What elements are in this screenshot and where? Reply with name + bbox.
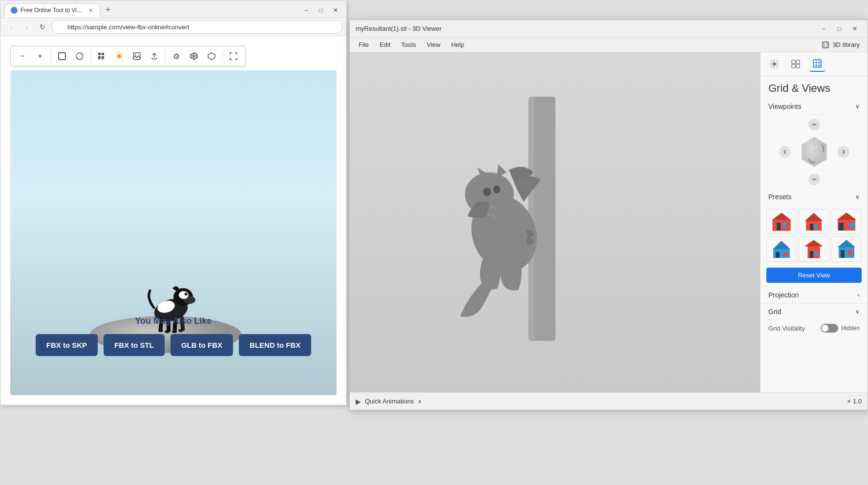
svg-rect-88 — [783, 252, 787, 256]
refresh-button[interactable]: ↻ — [36, 20, 49, 34]
svg-rect-61 — [796, 60, 800, 63]
presets-section-header[interactable]: Presets ∨ — [761, 189, 868, 205]
upload-button[interactable] — [147, 48, 162, 64]
svg-rect-40 — [823, 42, 828, 48]
window-controls: − □ ✕ — [817, 24, 862, 34]
vp-down-button[interactable] — [808, 173, 820, 185]
ymal-buttons: FBX to SKP FBX to STL GLB to FBX BLEND t… — [0, 334, 346, 356]
svg-rect-2 — [98, 53, 101, 55]
menu-file[interactable]: File — [354, 39, 374, 50]
vp-up-button[interactable] — [808, 119, 820, 130]
svg-rect-64 — [813, 60, 821, 67]
library-label: 3D library — [832, 41, 860, 48]
grid-chevron: ∨ — [855, 308, 860, 315]
viewer-titlebar: myResultant(1).stl - 3D Viewer − □ ✕ — [350, 20, 868, 38]
viewer-toolbar: − + — [10, 46, 246, 66]
svg-rect-80 — [814, 224, 818, 229]
grid-panel-icon[interactable] — [788, 56, 804, 72]
minimize-button[interactable]: − — [817, 24, 830, 34]
restore-button[interactable]: □ — [832, 24, 846, 34]
image-button[interactable] — [129, 48, 145, 64]
presets-chevron: ∨ — [855, 193, 860, 200]
zoom-out-button[interactable]: − — [15, 48, 30, 64]
svg-rect-5 — [102, 56, 104, 59]
grid-visibility-label: Grid Visibility — [768, 325, 805, 332]
close-button[interactable]: ✕ — [848, 24, 862, 34]
cube2-button[interactable] — [204, 48, 219, 64]
right-panel: Grid & Views Viewpoints ∨ — [760, 52, 868, 392]
browser-controls: ‹ › ↻ 🔒 — [0, 18, 346, 36]
browser-close-button[interactable]: ✕ — [329, 5, 342, 15]
menu-edit[interactable]: Edit — [375, 39, 395, 50]
preset-item-1[interactable] — [766, 209, 797, 234]
presets-label: Presets — [768, 193, 791, 201]
viewpoints-label: Viewpoints — [768, 103, 801, 110]
svg-rect-6 — [98, 59, 100, 60]
toggle-track[interactable] — [821, 324, 838, 333]
preset-item-3[interactable] — [831, 209, 862, 234]
frame-button[interactable] — [54, 48, 70, 64]
back-button[interactable]: ‹ — [4, 20, 18, 34]
settings-button[interactable]: ⚙ — [169, 48, 184, 64]
preset-item-5[interactable] — [799, 236, 829, 262]
viewpoints-section-header[interactable]: Viewpoints ∨ — [761, 99, 868, 115]
svg-marker-86 — [773, 241, 790, 249]
speed-value: 1.0 — [853, 398, 862, 405]
table-panel-icon[interactable] — [809, 56, 825, 72]
address-bar-wrapper: 🔒 — [51, 20, 342, 34]
preset-item-2[interactable] — [799, 209, 829, 234]
grid-button[interactable] — [94, 48, 109, 64]
sun-panel-icon[interactable] — [766, 56, 782, 72]
preset-item-4[interactable] — [766, 236, 797, 262]
browser-tab[interactable]: Free Online Tool to View 3D FB ✕ — [4, 3, 100, 17]
3d-library-button[interactable]: 3D library — [818, 39, 864, 51]
vp-right-button[interactable] — [838, 146, 849, 158]
cube-button[interactable] — [186, 48, 202, 64]
browser-minimize-button[interactable]: − — [299, 5, 313, 15]
glb-to-fbx-button[interactable]: GLB to FBX — [170, 334, 233, 356]
toolbar-separator-4 — [222, 50, 223, 62]
fbx-to-stl-button[interactable]: FBX to STL — [104, 334, 165, 356]
svg-marker-94 — [838, 240, 855, 247]
viewer-3d[interactable] — [350, 52, 760, 392]
new-tab-button[interactable]: + — [102, 4, 114, 16]
blend-to-fbx-button[interactable]: BLEND to FBX — [239, 334, 311, 356]
grid-section-header[interactable]: Grid ∨ — [761, 304, 868, 320]
presets-grid — [761, 205, 868, 266]
svg-rect-74 — [777, 223, 781, 231]
hidden-label: Hidden — [841, 325, 860, 332]
vp-top-row — [795, 119, 834, 130]
sun-button[interactable] — [111, 48, 127, 64]
tab-favicon — [11, 7, 18, 14]
svg-rect-4 — [98, 56, 101, 59]
svg-rect-7 — [102, 59, 103, 60]
svg-rect-79 — [810, 224, 813, 231]
zoom-in-button[interactable]: + — [32, 48, 48, 64]
projection-section-header[interactable]: Projection ‹ — [761, 287, 868, 303]
menu-help[interactable]: Help — [446, 39, 469, 50]
preset-item-6[interactable] — [831, 236, 862, 262]
animations-chevron[interactable]: ∧ — [418, 398, 422, 405]
svg-point-50 — [493, 186, 500, 193]
tab-close-button[interactable]: ✕ — [87, 7, 94, 14]
svg-rect-60 — [792, 60, 795, 63]
animation-icon: ▶ — [356, 398, 361, 405]
forward-button[interactable]: › — [20, 20, 34, 34]
svg-point-8 — [117, 54, 121, 58]
toggle-switch[interactable]: Hidden — [821, 324, 860, 333]
svg-point-31 — [186, 293, 187, 294]
panel-icon-bar — [761, 52, 868, 76]
reset-view-button[interactable]: Reset View — [766, 268, 862, 283]
browser-restore-button[interactable]: □ — [314, 5, 328, 15]
address-bar[interactable] — [51, 20, 342, 34]
color-button[interactable] — [72, 48, 87, 64]
fullscreen-button[interactable] — [226, 48, 241, 64]
menu-tools[interactable]: Tools — [396, 39, 421, 50]
menu-view[interactable]: View — [422, 39, 445, 50]
vp-left-button[interactable] — [779, 146, 791, 158]
projection-collapse[interactable]: ‹ — [858, 292, 860, 298]
fbx-to-skp-button[interactable]: FBX to SKP — [36, 334, 98, 356]
svg-rect-75 — [783, 223, 786, 228]
preset-house-5 — [799, 237, 828, 261]
svg-point-49 — [483, 188, 491, 196]
